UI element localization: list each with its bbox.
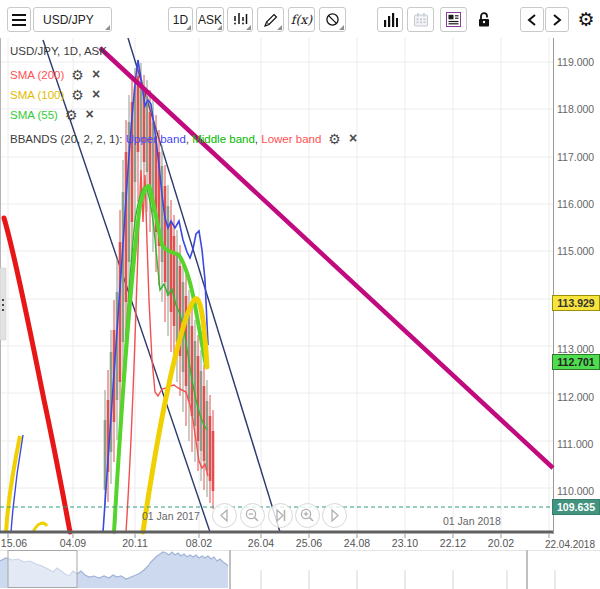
volume-button[interactable] [377, 7, 403, 32]
sma55-settings-icon[interactable]: ⚙ [65, 107, 78, 123]
time-tick-label: 24.08 [344, 537, 370, 549]
dropdown-corner-icon [186, 25, 191, 30]
trading-app-window: { "toolbar": { "symbol": "USD/JPY", "tim… [0, 0, 600, 589]
legend-sma55: SMA (55)⚙× [10, 106, 94, 123]
instrument-label: USD/JPY, 1D, ASK [10, 45, 107, 57]
sma200-settings-icon[interactable]: ⚙ [71, 67, 84, 83]
time-tick-label: 08.02 [186, 537, 212, 549]
sma100-settings-icon[interactable]: ⚙ [71, 87, 84, 103]
legend-sma200: SMA (200)⚙× [10, 66, 100, 83]
scroll-left-button[interactable] [520, 7, 544, 32]
price-tick-label: 116.000 [557, 198, 594, 210]
dropdown-corner-icon [217, 25, 222, 30]
fx-icon: f(x) [291, 12, 312, 27]
sma55-remove-icon[interactable]: × [86, 106, 94, 122]
price-tag: 109.635 [552, 499, 600, 515]
candle [200, 371, 203, 451]
dropdown-corner-icon [277, 25, 282, 30]
pan-right-button[interactable] [322, 503, 347, 528]
toolbar: USD/JPY 1D ASK f(x) [0, 0, 600, 38]
price-tag: 113.929 [552, 295, 600, 311]
candle [170, 222, 173, 312]
dropdown-corner-icon [339, 25, 344, 30]
time-tick-label: 26.04 [248, 537, 274, 549]
zoom-out-icon [241, 504, 264, 527]
symbol-selector[interactable]: USD/JPY [33, 7, 112, 32]
price-tick-label: 112.000 [557, 391, 594, 403]
navigator-selection-window[interactable] [8, 551, 77, 588]
draw-tools-button[interactable] [257, 7, 284, 32]
pan-left-button[interactable] [212, 503, 237, 528]
navigator-gridticks [261, 570, 555, 589]
calendar-icon [413, 12, 429, 27]
price-tick-label: 118.000 [557, 103, 594, 115]
price-tick-label: 119.000 [557, 56, 594, 68]
zoom-in-icon [296, 504, 319, 527]
candle [206, 401, 209, 471]
dropdown-corner-icon [246, 25, 251, 30]
sma55-label: SMA (55) [10, 109, 58, 121]
unlock-icon [476, 11, 492, 28]
bbands-remove-icon[interactable]: × [349, 130, 357, 146]
calendar-button[interactable] [407, 7, 434, 32]
scroll-right-button[interactable] [545, 7, 569, 32]
price-type-selector[interactable]: ASK [196, 7, 224, 32]
price-tag: 112.701 [552, 354, 600, 370]
sma200-label: SMA (200) [10, 69, 64, 81]
chevron-right-icon [551, 13, 563, 27]
time-tick-label: 20.11 [122, 537, 148, 549]
timeframe-selector[interactable]: 1D [168, 7, 193, 32]
time-axis-ticks [8, 534, 549, 539]
sma-200-line[interactable] [4, 218, 70, 532]
left-panel-handle[interactable] [0, 268, 6, 340]
chevron-left-icon [526, 13, 538, 27]
go-to-end-button[interactable] [268, 503, 293, 528]
skip-to-end-icon [269, 504, 292, 527]
symbol-label: USD/JPY [41, 13, 96, 27]
function-button[interactable]: f(x) [288, 7, 315, 32]
hide-overlays-button[interactable] [319, 7, 346, 32]
bbands-lower-label: Lower band [261, 133, 321, 145]
candle [176, 252, 179, 342]
candle [173, 236, 176, 326]
bbands-label: BBANDS (20, 2, 2, 1): [10, 133, 126, 145]
gear-icon: ⚙ [577, 10, 594, 29]
time-tick-label: 04.09 [60, 537, 86, 549]
news-button[interactable] [440, 7, 467, 32]
price-tick-label: 110.000 [557, 485, 594, 497]
arrow-right-icon [323, 504, 346, 527]
legend-bbands: BBANDS (20, 2, 2, 1): Upper band, Middle… [10, 130, 357, 147]
candle [149, 112, 152, 192]
dropdown-corner-icon [105, 25, 110, 30]
time-tick-label: 20.02 [488, 537, 514, 549]
legend-sma100: SMA (100)⚙× [10, 86, 100, 103]
navigator-panel[interactable] [0, 550, 600, 589]
date-marker-2017: 01 Jan 2017 [142, 510, 200, 522]
zoom-out-button[interactable] [240, 503, 265, 528]
latest-date-label: 22.04.2018 [545, 539, 595, 550]
lock-button[interactable] [471, 7, 497, 32]
arrow-left-icon [213, 504, 236, 527]
indicators-button[interactable] [227, 7, 253, 32]
menu-icon [12, 14, 26, 26]
time-tick-label: 25.06 [296, 537, 322, 549]
pencil-icon [264, 13, 278, 27]
sma200-remove-icon[interactable]: × [92, 66, 100, 82]
news-icon [446, 12, 461, 27]
ban-icon [325, 12, 340, 27]
time-tick-label: 22.12 [440, 537, 466, 549]
price-tick-label: 117.000 [557, 151, 594, 163]
sma100-remove-icon[interactable]: × [92, 86, 100, 102]
bbands-settings-icon[interactable]: ⚙ [328, 131, 341, 147]
bbands-upper-label: Upper band [126, 133, 186, 145]
menu-button[interactable] [7, 7, 31, 32]
price-tick-label: 111.000 [557, 438, 593, 450]
legend-instrument: USD/JPY, 1D, ASK [10, 45, 107, 57]
price-tick-label: 115.000 [557, 245, 594, 257]
zoom-in-button[interactable] [295, 503, 320, 528]
bar-chart-icon [383, 12, 398, 27]
time-axis-bar [0, 531, 553, 534]
navigator-handles[interactable] [230, 550, 527, 589]
settings-button[interactable]: ⚙ [573, 7, 599, 32]
time-tick-label: 23.10 [392, 537, 418, 549]
